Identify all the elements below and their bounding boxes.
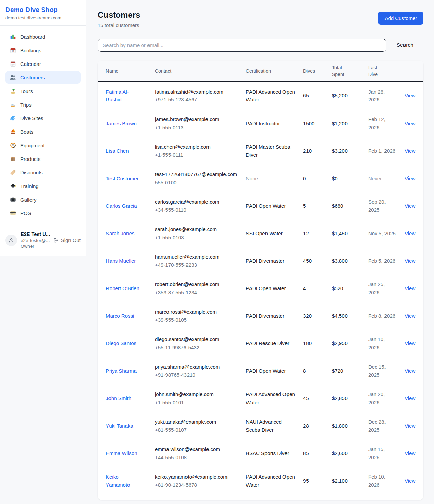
view-link[interactable]: View bbox=[405, 471, 415, 490]
sidebar-item-calendar[interactable]: Calendar bbox=[5, 57, 81, 70]
customer-email: yuki.tanaka@example.com bbox=[155, 418, 238, 426]
view-link[interactable]: View bbox=[405, 389, 415, 408]
customer-name-link[interactable]: Test Customer bbox=[106, 169, 155, 188]
customer-email: john.smith@example.com bbox=[155, 390, 238, 398]
calendar-date-icon: 17 bbox=[10, 47, 16, 53]
wave-icon bbox=[10, 115, 16, 121]
customer-name-link[interactable]: Sarah Jones bbox=[106, 224, 155, 243]
customer-dives: 45 bbox=[303, 389, 332, 408]
search-input[interactable] bbox=[98, 39, 386, 52]
customer-name-link[interactable]: Carlos Garcia bbox=[106, 197, 155, 215]
customer-dives: 28 bbox=[303, 416, 332, 435]
sidebar-item-pos[interactable]: POS bbox=[5, 207, 81, 220]
view-link[interactable]: View bbox=[405, 251, 415, 270]
bar-chart-icon bbox=[10, 34, 16, 40]
customer-certification: PADI Instructor bbox=[246, 114, 303, 133]
customer-name-link[interactable]: John Smith bbox=[106, 389, 155, 408]
customer-phone: +49-170-555-2233 bbox=[155, 261, 238, 269]
view-link[interactable]: View bbox=[405, 306, 415, 325]
customers-table: Name Contact Certification Dives Total S… bbox=[98, 61, 423, 500]
table-row: Test Customer test-1772681807767@example… bbox=[98, 165, 423, 192]
view-link[interactable]: View bbox=[405, 361, 415, 380]
customer-name-link[interactable]: Lisa Chen bbox=[106, 142, 155, 160]
customer-certification: PADI Open Water bbox=[246, 361, 303, 380]
table-row: Sarah Jones sarah.jones@example.com +1-5… bbox=[98, 220, 423, 247]
customer-email: marco.rossi@example.com bbox=[155, 308, 238, 316]
sidebar-item-bookings[interactable]: 17 Bookings bbox=[5, 44, 81, 57]
customer-total-spent: $3,200 bbox=[332, 142, 368, 160]
customer-total-spent: $520 bbox=[332, 279, 368, 298]
sidebar-item-discounts[interactable]: Discounts bbox=[5, 166, 81, 179]
view-link[interactable]: View bbox=[405, 444, 415, 463]
view-link[interactable]: View bbox=[405, 334, 415, 353]
customer-dives: 5 bbox=[303, 197, 332, 215]
add-customer-button[interactable]: Add Customer bbox=[378, 12, 423, 25]
customer-total-spent: $3,800 bbox=[332, 251, 368, 270]
table-row: Lisa Chen lisa.chen@example.com +1-555-0… bbox=[98, 137, 423, 165]
customer-name-link[interactable]: Hans Mueller bbox=[106, 251, 155, 270]
customer-contact: fatima.alrashid@example.com +971-55-123-… bbox=[155, 82, 246, 109]
customer-name-link[interactable]: Priya Sharma bbox=[106, 361, 155, 380]
customer-count: 15 total customers bbox=[98, 22, 140, 28]
customer-email: diego.santos@example.com bbox=[155, 335, 238, 343]
package-icon bbox=[10, 156, 16, 162]
customer-name-link[interactable]: Fatima Al-Rashid bbox=[106, 82, 155, 109]
sidebar-item-tours[interactable]: Tours bbox=[5, 85, 81, 97]
customer-name-link[interactable]: Emma Wilson bbox=[106, 444, 155, 463]
sidebar: Demo Dive Shop demo.test.divestreams.com… bbox=[0, 0, 86, 256]
view-link[interactable]: View bbox=[405, 279, 415, 298]
sidebar-item-equipment[interactable]: Equipment bbox=[5, 139, 81, 152]
view-link[interactable]: View bbox=[405, 197, 415, 215]
search-button[interactable]: Search bbox=[386, 42, 423, 48]
customer-name-link[interactable]: Marco Rossi bbox=[106, 306, 155, 325]
customer-email: sarah.jones@example.com bbox=[155, 225, 238, 233]
customer-name-link[interactable]: Diego Santos bbox=[106, 334, 155, 353]
view-link[interactable]: View bbox=[405, 416, 415, 435]
customer-dives: 320 bbox=[303, 306, 332, 325]
sidebar-item-dashboard[interactable]: Dashboard bbox=[5, 30, 81, 43]
customer-name-link[interactable]: Keiko Yamamoto bbox=[106, 467, 155, 494]
credit-card-icon bbox=[10, 210, 16, 216]
search-bar: Search bbox=[98, 39, 423, 52]
sidebar-item-dive-sites[interactable]: Dive Sites bbox=[5, 112, 81, 125]
view-link[interactable]: View bbox=[405, 86, 415, 105]
shop-name[interactable]: Demo Dive Shop bbox=[5, 6, 81, 14]
customer-name-link[interactable]: Robert O'Brien bbox=[106, 279, 155, 298]
customer-certification: PADI Advanced Open Water bbox=[246, 385, 303, 412]
table-row: John Smith john.smith@example.com +1-555… bbox=[98, 385, 423, 412]
customer-contact: hans.mueller@example.com +49-170-555-223… bbox=[155, 247, 246, 274]
customer-certification: PADI Advanced Open Water bbox=[246, 467, 303, 494]
page-title: Customers bbox=[98, 10, 140, 20]
view-link[interactable]: View bbox=[405, 142, 415, 160]
customer-contact: keiko.yamamoto@example.com +81-90-1234-5… bbox=[155, 467, 246, 494]
column-header-dives: Dives bbox=[303, 64, 332, 78]
customer-dives: 1500 bbox=[303, 114, 332, 133]
sign-out-button[interactable]: Sign Out bbox=[53, 237, 81, 243]
sidebar-item-trips[interactable]: Trips bbox=[5, 98, 81, 111]
sidebar-item-training[interactable]: Training bbox=[5, 180, 81, 192]
view-link[interactable]: View bbox=[405, 224, 415, 243]
page-header: Customers 15 total customers Add Custome… bbox=[98, 10, 423, 28]
customer-total-spent: $1,200 bbox=[332, 114, 368, 133]
view-link[interactable]: View bbox=[405, 114, 415, 133]
customer-email: hans.mueller@example.com bbox=[155, 253, 238, 261]
sidebar-item-gallery[interactable]: Gallery bbox=[5, 193, 81, 206]
customer-last-dive: Jan 28, 2026 bbox=[368, 82, 405, 109]
customer-email: robert.obrien@example.com bbox=[155, 280, 238, 288]
customer-name-link[interactable]: James Brown bbox=[106, 114, 155, 133]
customer-total-spent: $2,100 bbox=[332, 471, 368, 490]
customer-certification: PADI Open Water bbox=[246, 197, 303, 215]
sidebar-item-customers[interactable]: Customers bbox=[5, 71, 81, 84]
sidebar-item-products[interactable]: Products bbox=[5, 152, 81, 165]
customer-last-dive: Dec 15, 2025 bbox=[368, 357, 405, 384]
table-header-row: Name Contact Certification Dives Total S… bbox=[98, 61, 423, 82]
view-link[interactable]: View bbox=[405, 169, 415, 188]
customer-dives: 450 bbox=[303, 251, 332, 270]
sidebar-item-boats[interactable]: Boats bbox=[5, 125, 81, 138]
customer-contact: marco.rossi@example.com +39-555-0105 bbox=[155, 302, 246, 329]
customer-phone: +81-90-1234-5678 bbox=[155, 481, 238, 489]
customer-phone: +55-11-99876-5432 bbox=[155, 343, 238, 351]
person-icon bbox=[8, 237, 14, 243]
customer-name-link[interactable]: Yuki Tanaka bbox=[106, 416, 155, 435]
customer-email: fatima.alrashid@example.com bbox=[155, 88, 238, 96]
